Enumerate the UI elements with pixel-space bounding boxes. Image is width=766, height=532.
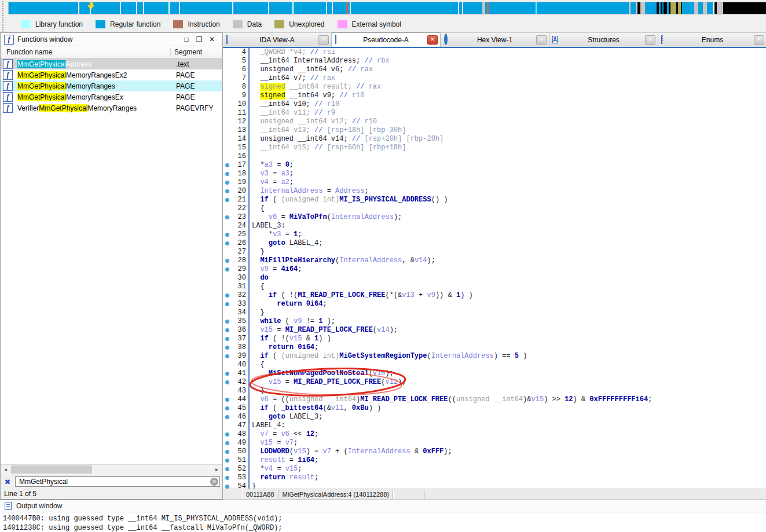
pseudocode-line[interactable]: 6 unsigned __int64 v6; // rax <box>223 65 766 74</box>
nav-band-segment[interactable] <box>294 2 326 14</box>
pseudocode-line[interactable]: 23 v6 = MiVaToPfn(InternalAddress); <box>223 213 766 222</box>
pseudocode-line[interactable]: 18 v3 = a3; <box>223 170 766 178</box>
scrollbar-thumb[interactable] <box>11 465 92 474</box>
pseudocode-line[interactable]: 47LABEL_4: <box>223 421 766 430</box>
pseudocode-line[interactable]: 24LABEL_3: <box>223 222 766 230</box>
output-log[interactable]: 1400447B0: using guessed type __int64 MI… <box>0 512 766 532</box>
pseudocode-line[interactable]: 12 unsigned __int64 v12; // r10 <box>223 118 766 126</box>
pseudocode-line[interactable]: 37 if ( !(v15 & 1) ) <box>223 335 766 343</box>
pseudocode-line[interactable]: 49 v15 = v7; <box>223 439 766 447</box>
pseudocode-line[interactable]: 34 } <box>223 309 766 317</box>
pseudocode-line[interactable]: 28 MiFillPteHierarchy(InternalAddress, &… <box>223 256 766 265</box>
pseudocode-line[interactable]: 46 goto LABEL_3; <box>223 413 766 421</box>
pseudocode-line[interactable]: 43 } <box>223 387 766 395</box>
pseudocode-line[interactable]: 38 return 0i64; <box>223 343 766 352</box>
nav-band-segment[interactable] <box>170 2 179 14</box>
pseudocode-line[interactable]: 30 do <box>223 274 766 282</box>
scroll-right-button[interactable]: ► <box>212 465 222 475</box>
nav-band-segment[interactable] <box>537 2 629 14</box>
filter-input[interactable] <box>15 476 220 487</box>
nav-band-segment[interactable] <box>121 2 136 14</box>
pseudocode-line[interactable]: 26 goto LABEL_4; <box>223 239 766 248</box>
pseudocode-line[interactable]: 11 __int64 v11; // r9 <box>223 109 766 118</box>
tab-pseudocode-a[interactable]: Pseudocode-A✕ <box>332 32 441 47</box>
tab-close-icon[interactable]: ✕ <box>427 35 438 45</box>
pseudocode-line[interactable]: 27 } <box>223 248 766 256</box>
tab-close-icon[interactable]: ✕ <box>754 35 764 45</box>
pseudocode-line[interactable]: 7 __int64 v7; // rax <box>223 74 766 83</box>
pseudocode-line[interactable]: 36 v15 = MI_READ_PTE_LOCK_FREE(v14); <box>223 326 766 335</box>
pseudocode-line[interactable]: 54} <box>223 482 766 489</box>
function-row[interactable]: fMmGetPhysicalAddress.text <box>1 58 222 69</box>
pseudocode-line[interactable]: 21 if ( (unsigned int)MI_IS_PHYSICAL_ADD… <box>223 196 766 204</box>
clear-filter-icon[interactable]: ✕ <box>210 478 218 486</box>
nav-band-segment[interactable] <box>670 2 676 14</box>
nav-band-segment[interactable] <box>463 2 482 14</box>
pseudocode-line[interactable]: 10 __int64 v10; // r10 <box>223 100 766 109</box>
pseudocode-line[interactable]: 52 *v4 = v15; <box>223 465 766 474</box>
nav-band-segment[interactable] <box>9 2 78 14</box>
nav-band-segment[interactable] <box>91 2 120 14</box>
tab-structures[interactable]: AStructures✕ <box>549 32 658 47</box>
nav-band-segment[interactable] <box>233 2 268 14</box>
pseudocode-line[interactable]: 31 { <box>223 282 766 291</box>
pseudocode-line[interactable]: 39 if ( (unsigned int)MiGetSystemRegionT… <box>223 352 766 361</box>
pseudocode-line[interactable]: 5 __int64 InternalAddress; // rbx <box>223 57 766 65</box>
nav-band-segment[interactable] <box>717 2 723 14</box>
nav-band-segment[interactable] <box>180 2 232 14</box>
pseudocode-line[interactable]: 15 __int64 v15; // [rsp+60h] [rbp+18h] <box>223 144 766 152</box>
pseudocode-view[interactable]: 4 _QWORD *v4; // rsi5 __int64 InternalAd… <box>223 48 766 489</box>
pseudocode-line[interactable]: 50 LODWORD(v15) = v7 + (InternalAddress … <box>223 447 766 456</box>
navigation-band[interactable] <box>8 2 766 14</box>
float-button[interactable]: ❐ <box>193 35 206 43</box>
scroll-left-button[interactable]: ◄ <box>1 465 10 475</box>
pseudocode-line[interactable]: 51 result = 1i64; <box>223 456 766 465</box>
pseudocode-line[interactable]: 22 { <box>223 204 766 213</box>
nav-band-segment[interactable] <box>703 2 707 14</box>
pseudocode-line[interactable]: 17 *a3 = 0; <box>223 161 766 170</box>
nav-band-segment[interactable] <box>327 2 332 14</box>
pseudocode-line[interactable]: 8 signed __int64 result; // rax <box>223 83 766 91</box>
nav-band-segment[interactable] <box>698 2 703 14</box>
function-row[interactable]: fVerifierMmGetPhysicalMemoryRangesPAGEVR… <box>1 102 222 113</box>
nav-band-segment[interactable] <box>631 2 636 14</box>
nav-band-segment[interactable] <box>351 2 458 14</box>
pseudocode-line[interactable]: 42 v15 = MI_READ_PTE_LOCK_FREE(v12); <box>223 378 766 387</box>
pseudocode-line[interactable]: 35 while ( v9 != 1 ); <box>223 317 766 326</box>
nav-band-segment[interactable] <box>694 2 698 14</box>
tab-enums[interactable]: Enums✕ <box>658 32 766 47</box>
pseudocode-line[interactable]: 19 v4 = a2; <box>223 178 766 187</box>
nav-band-segment[interactable] <box>640 2 645 14</box>
pseudocode-line[interactable]: 9 signed __int64 v9; // r10 <box>223 91 766 100</box>
tab-close-icon[interactable]: ✕ <box>318 35 329 45</box>
nav-band-segment[interactable] <box>645 2 657 14</box>
column-header-segment[interactable]: Segment <box>171 48 202 56</box>
functions-table-header[interactable]: Function name Segment <box>1 46 222 58</box>
tab-ida-view-a[interactable]: IDA View-A✕ <box>223 32 332 47</box>
pseudocode-line[interactable]: 29 v9 = 4i64; <box>223 265 766 274</box>
nav-band-segment[interactable] <box>682 2 694 14</box>
pseudocode-line[interactable]: 13 __int64 v13; // [rsp+18h] [rbp-30h] <box>223 126 766 135</box>
column-header-function-name[interactable]: Function name <box>1 48 171 56</box>
pseudocode-line[interactable]: 45 if ( _bittest64(&v11, 0xBu) ) <box>223 404 766 413</box>
nav-band-segment[interactable] <box>707 2 713 14</box>
maximize-button[interactable]: □ <box>180 35 193 43</box>
tab-hex-view-1[interactable]: Hex View-1✕ <box>441 32 549 47</box>
pseudocode-line[interactable]: 41 MiSetNonPagedPoolNoSteal(v10); <box>223 369 766 378</box>
function-row[interactable]: fMmGetPhysicalMemoryRangesEx2PAGE <box>1 69 222 80</box>
pseudocode-line[interactable]: 4 _QWORD *v4; // rsi <box>223 48 766 57</box>
nav-band-segment[interactable] <box>333 2 346 14</box>
tab-close-icon[interactable]: ✕ <box>645 35 655 45</box>
toolbar-grip[interactable] <box>0 0 8 16</box>
nav-band-segment[interactable] <box>489 2 536 14</box>
pseudocode-line[interactable]: 32 if ( !(MI_READ_PTE_LOCK_FREE(*(&v13 +… <box>223 291 766 300</box>
pseudocode-line[interactable]: 44 v6 = ((unsigned __int64)MI_READ_PTE_L… <box>223 395 766 404</box>
pseudocode-line[interactable]: 48 v7 = v6 << 12; <box>223 430 766 439</box>
pseudocode-line[interactable]: 20 InternalAddress = Address; <box>223 187 766 196</box>
nav-band-segment[interactable] <box>144 2 168 14</box>
function-row[interactable]: fMmGetPhysicalMemoryRangesExPAGE <box>1 91 222 102</box>
function-row[interactable]: fMmGetPhysicalMemoryRangesPAGE <box>1 80 222 91</box>
pseudocode-line[interactable]: 40 { <box>223 361 766 369</box>
nav-band-segment[interactable] <box>137 2 143 14</box>
nav-band-segment[interactable] <box>723 2 766 14</box>
